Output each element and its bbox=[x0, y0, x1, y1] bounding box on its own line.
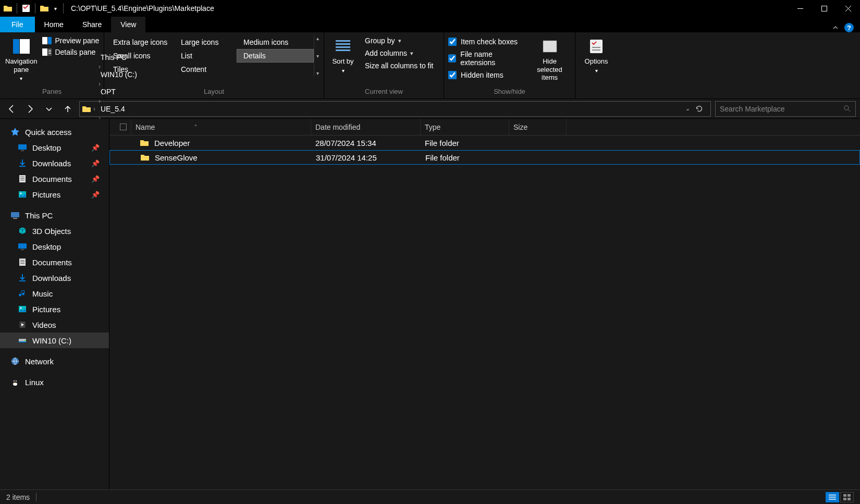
tab-file[interactable]: File bbox=[0, 17, 35, 32]
drive-icon bbox=[18, 336, 27, 345]
svg-rect-87 bbox=[829, 499, 836, 500]
nav-history-dropdown[interactable] bbox=[42, 102, 56, 116]
doc-icon bbox=[18, 174, 27, 183]
tab-share[interactable]: Share bbox=[73, 17, 111, 32]
sidebar-item[interactable]: Desktop bbox=[0, 239, 109, 254]
search-box[interactable] bbox=[715, 101, 856, 117]
column-date[interactable]: Date modified bbox=[311, 119, 421, 135]
svg-rect-9 bbox=[48, 50, 51, 51]
group-by-button[interactable]: Group by bbox=[360, 35, 436, 46]
address-bar[interactable]: › This PC›WIN10 (C:)›OPT›UE_5.4›Engine›P… bbox=[79, 101, 711, 117]
column-type[interactable]: Type bbox=[421, 119, 509, 135]
svg-point-83 bbox=[16, 380, 17, 382]
show-hide-group-label: Show/hide bbox=[444, 85, 575, 99]
file-row[interactable]: SenseGlove31/07/2024 14:25File folder bbox=[109, 150, 860, 165]
view-thumbnails-toggle[interactable] bbox=[840, 492, 854, 502]
search-input[interactable] bbox=[720, 105, 843, 113]
svg-rect-4 bbox=[20, 39, 30, 54]
monitor-icon bbox=[18, 143, 27, 152]
hide-selected-button[interactable]: Hide selected items bbox=[529, 35, 571, 84]
nav-up-button[interactable] bbox=[60, 102, 75, 116]
chevron-right-icon[interactable]: › bbox=[92, 105, 96, 113]
ribbon-collapse-icon[interactable] bbox=[832, 24, 839, 31]
sidebar-item[interactable]: Videos bbox=[0, 317, 109, 333]
help-button[interactable]: ? bbox=[844, 23, 854, 32]
hidden-items-toggle[interactable]: Hidden items bbox=[448, 70, 526, 80]
options-button[interactable]: Options ▾ bbox=[580, 35, 613, 76]
monitor-icon bbox=[18, 242, 27, 251]
layout-details[interactable]: Details bbox=[237, 49, 314, 63]
layout-tiles[interactable]: Tiles bbox=[106, 63, 174, 76]
file-extensions-toggle[interactable]: File name extensions bbox=[448, 49, 526, 68]
qat-dropdown[interactable]: ▾ bbox=[52, 6, 59, 11]
tab-view[interactable]: View bbox=[111, 17, 145, 32]
svg-rect-69 bbox=[20, 263, 24, 264]
address-dropdown[interactable]: ⌄ bbox=[685, 105, 690, 112]
sidebar-quick-access[interactable]: Quick access bbox=[0, 124, 109, 140]
sidebar-this-pc[interactable]: This PC bbox=[0, 207, 109, 223]
select-all-checkbox[interactable] bbox=[116, 119, 131, 135]
maximize-button[interactable] bbox=[812, 0, 836, 17]
svg-rect-54 bbox=[21, 150, 24, 151]
file-row[interactable]: Developer28/07/2024 15:34File folder bbox=[109, 136, 860, 150]
size-columns-button[interactable]: Size all columns to fit bbox=[360, 60, 436, 71]
svg-point-72 bbox=[20, 308, 22, 309]
svg-rect-91 bbox=[847, 498, 851, 500]
svg-point-82 bbox=[14, 380, 15, 382]
preview-pane-icon bbox=[42, 36, 52, 45]
tab-home[interactable]: Home bbox=[35, 17, 73, 32]
sidebar-item[interactable]: Documents bbox=[0, 254, 109, 270]
nav-back-button[interactable] bbox=[4, 102, 19, 116]
preview-pane-button[interactable]: Preview pane bbox=[40, 35, 101, 46]
status-bar: 2 items bbox=[0, 489, 860, 504]
sidebar-item[interactable]: Downloads📌 bbox=[0, 155, 109, 171]
sidebar-item[interactable]: Music bbox=[0, 286, 109, 301]
layout-scroll[interactable]: ▴▾▾ bbox=[314, 35, 321, 76]
refresh-button[interactable] bbox=[692, 105, 706, 113]
layout-large[interactable]: Large icons bbox=[174, 35, 237, 49]
sidebar-item[interactable]: Downloads bbox=[0, 270, 109, 286]
sidebar-network[interactable]: Network bbox=[0, 353, 109, 369]
sidebar-item[interactable]: WIN10 (C:) bbox=[0, 333, 109, 348]
svg-rect-75 bbox=[25, 322, 26, 328]
svg-rect-11 bbox=[48, 53, 51, 54]
sidebar-linux[interactable]: Linux bbox=[0, 374, 109, 390]
close-button[interactable] bbox=[836, 0, 860, 17]
svg-rect-40 bbox=[336, 46, 350, 48]
sort-by-button[interactable]: Sort by ▾ bbox=[328, 35, 358, 76]
add-columns-button[interactable]: Add columns bbox=[360, 48, 436, 58]
folder-icon bbox=[82, 104, 91, 114]
view-details-toggle[interactable] bbox=[826, 492, 839, 502]
minimize-button[interactable] bbox=[788, 0, 812, 17]
layout-list[interactable]: List bbox=[174, 49, 237, 63]
column-size[interactable]: Size bbox=[509, 119, 567, 135]
svg-point-61 bbox=[20, 193, 22, 194]
properties-icon[interactable] bbox=[21, 4, 31, 13]
sidebar-item[interactable]: Pictures📌 bbox=[0, 187, 109, 202]
layout-small[interactable]: Small icons bbox=[106, 49, 174, 63]
layout-extra-large[interactable]: Extra large icons bbox=[106, 35, 174, 49]
column-name[interactable]: Name˄ bbox=[131, 119, 311, 135]
new-folder-icon[interactable] bbox=[40, 4, 49, 13]
svg-rect-2 bbox=[821, 6, 827, 11]
sidebar-item[interactable]: Documents📌 bbox=[0, 171, 109, 187]
sidebar-item[interactable]: 3D Objects bbox=[0, 223, 109, 239]
svg-rect-51 bbox=[592, 50, 600, 51]
navigation-pane-button[interactable]: Navigation pane ▾ bbox=[4, 35, 38, 84]
sidebar-item[interactable]: Desktop📌 bbox=[0, 140, 109, 155]
download-icon bbox=[18, 273, 27, 282]
breadcrumb-item[interactable]: UE_5.4 bbox=[97, 105, 143, 113]
details-pane-button[interactable]: Details pane bbox=[40, 47, 101, 57]
pin-icon: 📌 bbox=[91, 144, 105, 152]
sidebar-item[interactable]: Pictures bbox=[0, 301, 109, 317]
options-icon bbox=[587, 38, 605, 55]
sort-icon bbox=[334, 38, 352, 55]
layout-content[interactable]: Content bbox=[174, 63, 237, 76]
svg-rect-65 bbox=[21, 249, 24, 250]
hide-icon bbox=[541, 38, 559, 55]
svg-rect-86 bbox=[829, 497, 836, 498]
svg-rect-85 bbox=[829, 495, 836, 496]
item-check-boxes-toggle[interactable]: Item check boxes bbox=[448, 36, 526, 47]
layout-medium[interactable]: Medium icons bbox=[237, 35, 314, 49]
nav-forward-button[interactable] bbox=[23, 102, 38, 116]
